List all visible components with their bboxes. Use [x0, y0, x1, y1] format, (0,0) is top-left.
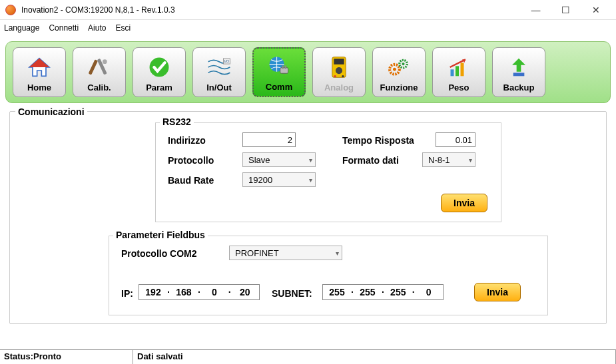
indirizzo-label: Indirizzo: [168, 135, 206, 146]
subnet-seg-1: 255: [358, 287, 378, 297]
backup-label: Backup: [503, 83, 535, 92]
subnet-seg-0: 255: [327, 287, 347, 297]
svg-rect-2: [89, 59, 98, 75]
subnet-seg-3: 0: [419, 287, 439, 297]
funzione-label: Funzione: [380, 83, 418, 92]
status-right: Dati salvati: [133, 350, 616, 364]
minimize-button[interactable]: —: [521, 1, 551, 19]
ip-label: IP:: [121, 288, 133, 299]
tempo-label: Tempo Risposta: [342, 135, 414, 146]
svg-rect-23: [461, 63, 464, 76]
protocollo-value: Slave: [248, 155, 270, 165]
svg-point-15: [334, 75, 336, 77]
gears-icon: [386, 55, 412, 80]
svg-point-18: [393, 68, 396, 71]
svg-point-16: [342, 75, 344, 77]
fieldbus-panel: Parameteri Fieldbus Protocollo COM2 PROF…: [109, 236, 548, 315]
param-button[interactable]: Param: [133, 47, 186, 97]
protocollo-com2-label: Protocollo COM2: [121, 248, 197, 259]
chart-arrow-icon: [446, 55, 471, 80]
tempo-input[interactable]: [436, 132, 475, 147]
panel-title: Comunicazioni: [15, 106, 87, 117]
baud-select[interactable]: 19200 ▾: [242, 172, 316, 187]
svg-point-4: [103, 59, 107, 64]
svg-marker-25: [512, 59, 525, 72]
svg-rect-9: [280, 68, 288, 74]
menubar: Language Connetti Aiuto Esci: [0, 20, 616, 36]
analog-button[interactable]: Analog: [312, 47, 366, 97]
backup-arrow-icon: [506, 55, 531, 80]
svg-rect-10: [282, 65, 284, 69]
svg-rect-13: [334, 59, 344, 65]
svg-text:I/O: I/O: [224, 59, 230, 63]
globe-plug-icon: [266, 54, 292, 79]
tools-icon: [87, 55, 112, 80]
protocollo-com2-value: PROFINET: [235, 248, 279, 258]
analog-label: Analog: [324, 83, 354, 92]
rs232-title: RS232: [160, 116, 194, 127]
peso-button[interactable]: Peso: [432, 47, 485, 97]
window-title: Inovation2 - COM3:19200 N,8,1 - Rev.1.0.…: [21, 5, 521, 15]
ip-seg-3: 20: [235, 287, 255, 297]
io-icon: I/O: [206, 55, 232, 80]
close-button[interactable]: ✕: [581, 1, 611, 19]
param-label: Param: [146, 83, 172, 92]
svg-rect-26: [513, 73, 525, 76]
status-left: Status:Pronto: [0, 350, 133, 364]
home-icon: [27, 55, 52, 80]
menu-esci[interactable]: Esci: [115, 23, 131, 33]
fieldbus-title: Parameteri Fieldbus: [113, 230, 208, 240]
comunicazioni-panel: Comunicazioni RS232 Indirizzo Protocollo…: [9, 111, 607, 324]
fieldbus-send-label: Invia: [487, 287, 508, 297]
rs232-send-label: Invia: [454, 198, 475, 208]
menu-language[interactable]: Language: [4, 23, 39, 33]
protocollo-com2-select[interactable]: PROFINET ▾: [229, 246, 342, 260]
home-label: Home: [27, 83, 51, 92]
subnet-seg-2: 255: [388, 287, 408, 297]
menu-aiuto[interactable]: Aiuto: [88, 23, 106, 33]
protocollo-select[interactable]: Slave ▾: [242, 152, 316, 167]
peso-label: Peso: [448, 83, 469, 92]
comm-label: Comm: [266, 82, 292, 92]
ip-seg-1: 168: [174, 287, 194, 297]
svg-marker-1: [29, 59, 49, 67]
baud-value: 19200: [248, 175, 272, 185]
comm-button[interactable]: Comm: [252, 47, 306, 97]
multimeter-icon: [326, 55, 352, 80]
ip-seg-2: 0: [204, 287, 224, 297]
backup-button[interactable]: Backup: [492, 47, 545, 97]
subnet-label: SUBNET:: [272, 288, 312, 299]
app-icon: [5, 5, 16, 15]
svg-point-20: [402, 63, 405, 65]
maximize-button[interactable]: ☐: [551, 1, 581, 19]
ip-input[interactable]: 192· 168· 0· 20: [139, 284, 260, 300]
rs232-send-button[interactable]: Invia: [441, 194, 487, 212]
formato-select[interactable]: N-8-1 ▾: [422, 152, 475, 167]
svg-rect-22: [456, 66, 459, 76]
calib-button[interactable]: Calib.: [73, 47, 126, 97]
check-icon: [147, 55, 172, 80]
formato-value: N-8-1: [428, 155, 450, 165]
svg-point-14: [336, 67, 342, 74]
svg-rect-11: [285, 65, 287, 69]
fieldbus-send-button[interactable]: Invia: [474, 283, 521, 301]
funzione-button[interactable]: Funzione: [372, 47, 426, 97]
inout-label: In/Out: [206, 83, 232, 92]
titlebar: Inovation2 - COM3:19200 N,8,1 - Rev.1.0.…: [0, 0, 616, 20]
chevron-down-icon: ▾: [309, 156, 312, 164]
calib-label: Calib.: [87, 83, 111, 92]
chevron-down-icon: ▾: [309, 176, 312, 184]
svg-rect-21: [451, 69, 454, 76]
rs232-panel: RS232 Indirizzo Protocollo Slave ▾ Baud …: [155, 122, 501, 222]
menu-connetti[interactable]: Connetti: [49, 23, 79, 33]
statusbar: Status:Pronto Dati salvati: [0, 349, 616, 364]
ip-seg-0: 192: [143, 287, 163, 297]
formato-label: Formato dati: [342, 155, 399, 166]
baud-label: Baud Rate: [168, 175, 214, 186]
indirizzo-input[interactable]: [242, 132, 296, 147]
subnet-input[interactable]: 255· 255· 255· 0: [322, 284, 444, 300]
inout-button[interactable]: I/O In/Out: [192, 47, 246, 97]
protocollo-label: Protocollo: [168, 155, 214, 166]
home-button[interactable]: Home: [13, 47, 66, 97]
chevron-down-icon: ▾: [469, 156, 472, 164]
